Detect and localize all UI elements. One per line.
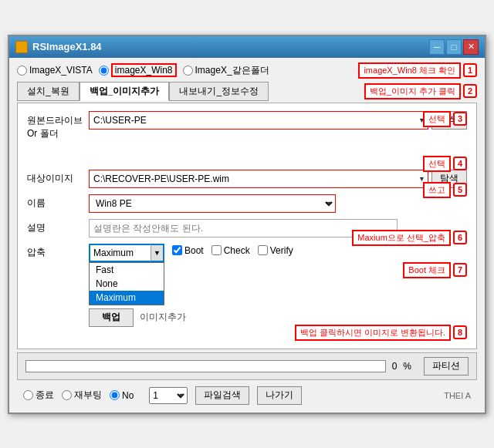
annot7-label: Boot 체크 bbox=[403, 262, 451, 278]
annot4-badge: 4 bbox=[453, 157, 467, 170]
thei-a-label: THEI A bbox=[444, 391, 471, 400]
boot-label: Boot bbox=[184, 245, 204, 256]
compress-label: 압축 bbox=[27, 246, 89, 259]
name-select[interactable]: Win8 PE bbox=[89, 194, 336, 213]
desc-input[interactable] bbox=[89, 219, 398, 237]
reboot-radio-input[interactable] bbox=[62, 390, 72, 400]
minimize-button[interactable]: ─ bbox=[429, 39, 445, 55]
annotation-7-group: Boot 체크 7 bbox=[403, 262, 467, 278]
annot1-badge: 1 bbox=[463, 63, 477, 77]
progress-percent-sign: % bbox=[403, 361, 411, 372]
boot-checkbox[interactable] bbox=[172, 245, 182, 255]
backup-button[interactable]: 백업 bbox=[89, 308, 134, 327]
annot3-select-label: 선택 bbox=[423, 111, 451, 127]
verify-label: Verify bbox=[270, 245, 293, 256]
progress-area: 0 % 파티션 bbox=[17, 352, 477, 380]
exit-label: 종료 bbox=[36, 389, 54, 402]
compress-input[interactable] bbox=[89, 244, 151, 262]
compress-dropdown-wrapper: ▼ Fast None Maximum bbox=[89, 244, 164, 262]
annot6-label: Maxium으로 선택_압축 bbox=[352, 230, 451, 246]
bottom-row: 종료 재부팅 No 1 2 3 파일검색 bbox=[17, 383, 477, 408]
progress-bar bbox=[25, 360, 386, 372]
check-label: Check bbox=[224, 245, 250, 256]
annot2-badge: 2 bbox=[463, 84, 477, 98]
target-label: 대상이미지 bbox=[27, 172, 89, 185]
compress-option-maximum[interactable]: Maximum bbox=[90, 291, 164, 305]
num-select-wrapper[interactable]: 1 2 3 bbox=[149, 387, 188, 404]
target-label-text: 대상이미지 bbox=[27, 173, 73, 184]
tab-backup-add[interactable]: 백업_이미지추가 bbox=[80, 82, 170, 101]
compress-dropdown-list: Fast None Maximum bbox=[89, 262, 164, 305]
form-area: 원본드라이브Or 폴더 탐색 선택 3 bbox=[17, 103, 477, 349]
radio-label-folder: ImageX_같은폴더 bbox=[195, 64, 269, 77]
source-label-text: 원본드라이브Or 폴더 bbox=[27, 115, 83, 139]
annot6-badge: 6 bbox=[453, 231, 467, 244]
next-button[interactable]: 나가기 bbox=[257, 386, 302, 405]
annot4-label: 선택 bbox=[423, 156, 451, 172]
annot2-label: 백업_이미지 추가 클릭 bbox=[364, 83, 461, 99]
annot5-badge: 5 bbox=[453, 183, 467, 197]
radio-input-vista[interactable] bbox=[17, 66, 27, 76]
check-check[interactable]: Check bbox=[211, 245, 250, 256]
annot1-label: imageX_Win8 체크 확인 bbox=[358, 62, 461, 79]
radio-label-vista: ImageX_VISTA bbox=[29, 65, 93, 76]
backup-row: 백업 이미지추가 백업 클릭하시면 이미지로 변환됩니다. 8 bbox=[27, 308, 467, 327]
close-button[interactable]: ✕ bbox=[463, 39, 479, 55]
name-label: 이름 bbox=[27, 197, 89, 210]
target-input[interactable] bbox=[89, 170, 428, 188]
spacer-1 bbox=[27, 147, 467, 170]
tab-export-info[interactable]: 내보내기_정보수정 bbox=[169, 82, 269, 101]
window-controls: ─ □ ✕ bbox=[429, 39, 479, 55]
compress-option-none[interactable]: None bbox=[90, 277, 164, 291]
compress-dropdown-btn[interactable]: ▼ bbox=[151, 244, 164, 262]
title-bar: RSImageX1.84 ─ □ ✕ bbox=[9, 36, 485, 58]
radio-input-win8[interactable] bbox=[99, 66, 109, 76]
no-label: No bbox=[122, 390, 134, 401]
annotation-6-group: Maxium으로 선택_압축 6 bbox=[352, 230, 467, 246]
radio-imagex-vista[interactable]: ImageX_VISTA bbox=[17, 65, 93, 76]
no-radio-input[interactable] bbox=[110, 390, 120, 400]
app-window: RSImageX1.84 ─ □ ✕ ImageX_VISTA imageX_W… bbox=[8, 35, 486, 414]
radio-input-folder[interactable] bbox=[183, 66, 193, 76]
source-label: 원본드라이브Or 폴더 bbox=[27, 111, 89, 140]
radio-imagex-folder[interactable]: ImageX_같은폴더 bbox=[183, 64, 269, 77]
app-icon bbox=[15, 41, 28, 53]
annotation-3-group: 선택 3 bbox=[423, 111, 467, 127]
desc-label-text: 설명 bbox=[27, 222, 46, 233]
radio-imagex-win8[interactable]: imageX_Win8 bbox=[99, 63, 177, 77]
radio-label-win8: imageX_Win8 bbox=[111, 63, 177, 77]
annot7-badge: 7 bbox=[453, 263, 467, 277]
annotation-4-group: 선택 4 bbox=[423, 156, 467, 172]
verify-checkbox[interactable] bbox=[258, 245, 268, 255]
annotation-5-group: 쓰고 5 bbox=[423, 182, 467, 198]
window-title: RSImageX1.84 bbox=[32, 41, 102, 52]
annot8-badge: 8 bbox=[453, 325, 467, 339]
compress-label-text: 압축 bbox=[27, 247, 46, 258]
file-search-button[interactable]: 파일검색 bbox=[195, 386, 249, 405]
annotation-8-group: 백업 클릭하시면 이미지로 변환됩니다. 8 bbox=[295, 325, 467, 341]
no-radio[interactable]: No bbox=[110, 390, 134, 401]
progress-percent: 0 bbox=[392, 361, 398, 372]
check-checkbox[interactable] bbox=[211, 245, 222, 255]
exit-radio[interactable]: 종료 bbox=[23, 389, 54, 402]
source-input[interactable] bbox=[89, 111, 428, 130]
annotation-2: 백업_이미지 추가 클릭 2 bbox=[364, 83, 477, 99]
exit-radio-input[interactable] bbox=[23, 390, 33, 400]
verify-check[interactable]: Verify bbox=[258, 245, 293, 256]
annotation-1: imageX_Win8 체크 확인 1 bbox=[358, 62, 477, 79]
boot-check[interactable]: Boot bbox=[172, 245, 204, 256]
annot5-label: 쓰고 bbox=[423, 182, 451, 198]
partition-button[interactable]: 파티션 bbox=[424, 357, 469, 376]
annot3-badge: 3 bbox=[453, 112, 467, 126]
maximize-button[interactable]: □ bbox=[446, 39, 462, 55]
add-image-label: 이미지추가 bbox=[140, 311, 186, 324]
desc-label: 설명 bbox=[27, 221, 89, 234]
num-select[interactable]: 1 2 3 bbox=[149, 387, 188, 404]
name-label-text: 이름 bbox=[27, 197, 46, 208]
annot8-label: 백업 클릭하시면 이미지로 변환됩니다. bbox=[295, 325, 451, 341]
reboot-radio[interactable]: 재부팅 bbox=[62, 389, 102, 402]
reboot-label: 재부팅 bbox=[74, 389, 102, 402]
compress-option-fast[interactable]: Fast bbox=[90, 263, 164, 277]
tab-install-restore[interactable]: 설치_복원 bbox=[17, 82, 80, 101]
